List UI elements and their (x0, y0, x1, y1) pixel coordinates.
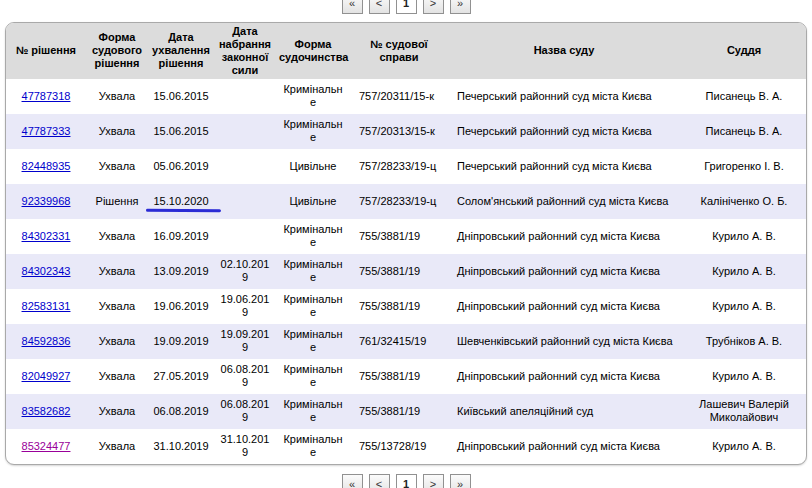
decision-id-cell: 47787333 (6, 114, 86, 149)
decision-form-cell: Рішення (86, 184, 148, 219)
decision-link[interactable]: 84302331 (22, 230, 71, 242)
date-in-force-cell: 19.09.2019 (214, 324, 276, 359)
case-number-cell: 755/3881/19 (350, 219, 448, 254)
court-name-cell: Печерський районний суд міста Києва (448, 149, 680, 184)
date-adopted-cell: 15.06.2015 (148, 114, 214, 149)
judge-cell: Писанець В. А. (680, 79, 807, 114)
table-row: 82583131Ухвала19.06.201919.06.2019Кримін… (6, 289, 807, 324)
column-header-judge: Суддя (680, 23, 807, 79)
table-row: 82448935Ухвала05.06.2019Цивільне757/2823… (6, 149, 807, 184)
pager-next-button[interactable]: > (423, 474, 444, 488)
date-adopted-cell: 19.09.2019 (148, 324, 214, 359)
date-in-force-cell (214, 114, 276, 149)
court-name-cell: Солом'янський районний суд міста Києва (448, 184, 680, 219)
pager-prev-button[interactable]: < (369, 0, 390, 14)
pager-prev-button[interactable]: < (369, 474, 390, 488)
decision-id-cell: 82049927 (6, 359, 86, 394)
decision-link[interactable]: 84592836 (22, 335, 71, 347)
decisions-table: № рішення Форма судового рішення Дата ух… (6, 23, 807, 464)
annotated-date: 15.10.2020 (153, 195, 208, 208)
court-decisions-table: № рішення Форма судового рішення Дата ух… (5, 22, 807, 465)
decision-link[interactable]: 85324477 (22, 440, 71, 452)
case-number-cell: 755/3881/19 (350, 254, 448, 289)
decision-link[interactable]: 84302343 (22, 265, 71, 277)
date-adopted-cell: 13.09.2019 (148, 254, 214, 289)
case-number-cell: 755/3881/19 (350, 394, 448, 429)
pager-last-button[interactable]: » (450, 0, 471, 14)
date-adopted-cell: 15.10.2020 (148, 184, 214, 219)
table-row: 82049927Ухвала27.05.201906.08.2019Кримін… (6, 359, 807, 394)
decision-form-cell: Ухвала (86, 429, 148, 464)
decision-link[interactable]: 82049927 (22, 370, 71, 382)
table-row: 84302331Ухвала16.09.2019Кримінальне755/3… (6, 219, 807, 254)
pager-first-button[interactable]: « (342, 474, 363, 488)
date-in-force-cell: 31.10.2019 (214, 429, 276, 464)
case-number-cell: 757/28233/19-ц (350, 184, 448, 219)
judge-cell: Калініченко О. Б. (680, 184, 807, 219)
court-name-cell: Дніпровський районний суд міста Києва (448, 219, 680, 254)
decision-link[interactable]: 83582682 (22, 405, 71, 417)
judge-cell: Курило А. В. (680, 254, 807, 289)
proceeding-form-cell: Цивільне (276, 184, 350, 219)
date-adopted-cell: 05.06.2019 (148, 149, 214, 184)
court-name-cell: Печерський районний суд міста Києва (448, 79, 680, 114)
judge-cell: Лашевич Валерій Миколайович (680, 394, 807, 429)
table-row: 84592836Ухвала19.09.201919.09.2019Кримін… (6, 324, 807, 359)
decision-form-cell: Ухвала (86, 254, 148, 289)
decision-id-cell: 84592836 (6, 324, 86, 359)
decision-id-cell: 47787318 (6, 79, 86, 114)
table-row: 84302343Ухвала13.09.201902.10.2019Кримін… (6, 254, 807, 289)
decision-form-cell: Ухвала (86, 219, 148, 254)
proceeding-form-cell: Кримінальне (276, 394, 350, 429)
pager-page-1-button[interactable]: 1 (396, 474, 417, 488)
decision-link[interactable]: 82448935 (22, 160, 71, 172)
date-in-force-cell: 02.10.2019 (214, 254, 276, 289)
case-number-cell: 757/28233/19-ц (350, 149, 448, 184)
decision-id-cell: 83582682 (6, 394, 86, 429)
table-row: 85324477Ухвала31.10.201931.10.2019Кримін… (6, 429, 807, 464)
column-header-proceeding-form: Форма судочинства (276, 23, 350, 79)
date-adopted-cell: 06.08.2019 (148, 394, 214, 429)
judge-cell: Трубніков А. В. (680, 324, 807, 359)
proceeding-form-cell: Кримінальне (276, 359, 350, 394)
decision-link[interactable]: 92339968 (22, 195, 71, 207)
judge-cell: Курило А. В. (680, 359, 807, 394)
case-number-cell: 761/32415/19 (350, 324, 448, 359)
decision-form-cell: Ухвала (86, 359, 148, 394)
date-adopted-cell: 31.10.2019 (148, 429, 214, 464)
pager-next-button[interactable]: > (423, 0, 444, 14)
pager-first-button[interactable]: « (342, 0, 363, 14)
proceeding-form-cell: Цивільне (276, 149, 350, 184)
date-in-force-cell (214, 79, 276, 114)
column-header-date-adopted: Дата ухвалення рішення (148, 23, 214, 79)
proceeding-form-cell: Кримінальне (276, 79, 350, 114)
court-name-cell: Дніпровський районний суд міста Києва (448, 429, 680, 464)
decision-id-cell: 84302331 (6, 219, 86, 254)
decision-link[interactable]: 82583131 (22, 300, 71, 312)
judge-cell: Курило А. В. (680, 289, 807, 324)
proceeding-form-cell: Кримінальне (276, 324, 350, 359)
pager-page-1-button[interactable]: 1 (396, 0, 417, 14)
table-body: 47787318Ухвала15.06.2015Кримінальне757/2… (6, 79, 807, 464)
date-adopted-cell: 15.06.2015 (148, 79, 214, 114)
court-name-cell: Печерський районний суд міста Києва (448, 114, 680, 149)
case-number-cell: 757/20313/15-к (350, 114, 448, 149)
judge-cell: Курило А. В. (680, 429, 807, 464)
decision-link[interactable]: 47787333 (22, 125, 71, 137)
court-name-cell: Дніпровський районний суд міста Києва (448, 254, 680, 289)
column-header-decision-form: Форма судового рішення (86, 23, 148, 79)
decision-form-cell: Ухвала (86, 289, 148, 324)
judge-cell: Курило А. В. (680, 219, 807, 254)
court-name-cell: Шевченківський районний суд міста Києва (448, 324, 680, 359)
decision-link[interactable]: 47787318 (22, 90, 71, 102)
decision-id-cell: 84302343 (6, 254, 86, 289)
decision-id-cell: 92339968 (6, 184, 86, 219)
decision-id-cell: 82448935 (6, 149, 86, 184)
judge-cell: Григоренко І. В. (680, 149, 807, 184)
pagination-top: « < 1 > » (0, 0, 812, 14)
decision-form-cell: Ухвала (86, 114, 148, 149)
judge-cell: Писанець В. А. (680, 114, 807, 149)
proceeding-form-cell: Кримінальне (276, 289, 350, 324)
date-in-force-cell (214, 184, 276, 219)
pager-last-button[interactable]: » (450, 474, 471, 488)
